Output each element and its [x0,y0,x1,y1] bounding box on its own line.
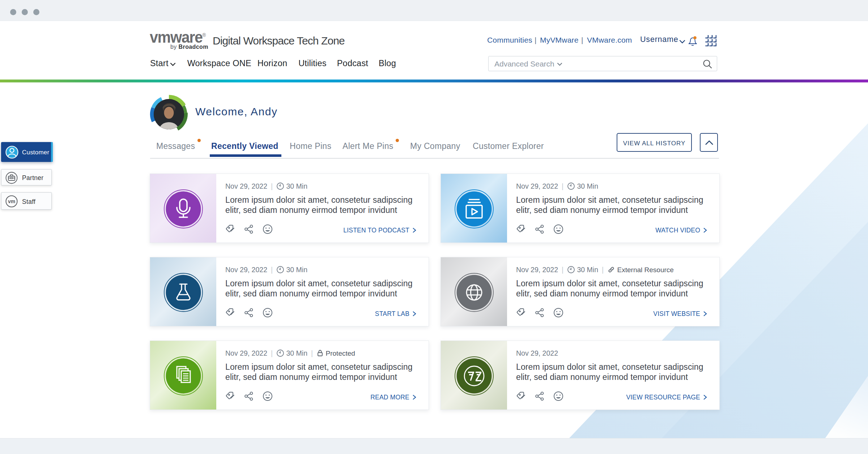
svg-text:vm: vm [8,198,15,204]
